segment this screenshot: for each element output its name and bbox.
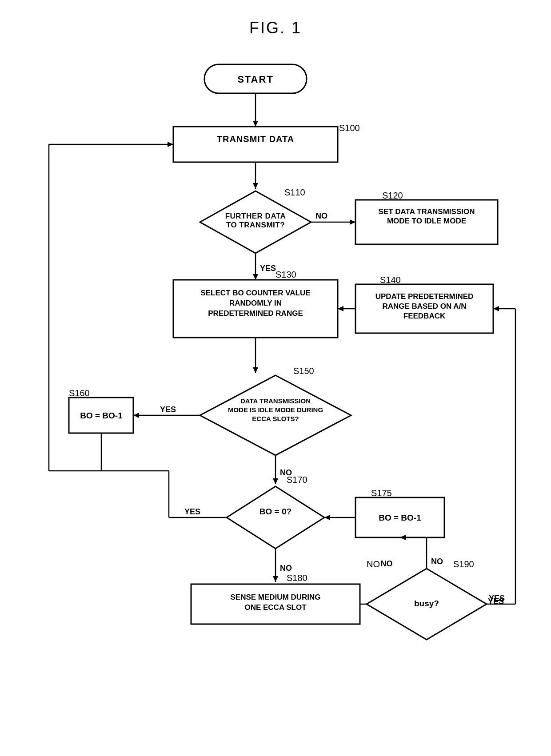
yes-s190: YES	[489, 594, 505, 603]
s130-label2: RANDOMLY IN	[229, 299, 282, 307]
svg-marker-11	[253, 367, 258, 373]
s140-label3: FEEDBACK	[403, 312, 446, 320]
s110-label2: TO TRANSMIT?	[226, 221, 285, 229]
svg-marker-7	[253, 274, 258, 280]
svg-marker-1	[253, 121, 258, 127]
page: FIG. 1 START TRANSMIT DATA S100 FURTHER …	[0, 0, 551, 756]
s170-node	[227, 486, 324, 549]
svg-marker-9	[338, 306, 343, 311]
svg-marker-13	[133, 413, 139, 418]
s120-step: S120	[382, 191, 403, 200]
s120-label1: SET DATA TRANSMISSION	[379, 207, 475, 216]
s110-label1: FURTHER DATA	[225, 212, 286, 220]
s100-step: S100	[339, 123, 360, 133]
yes-label-s150: YES	[160, 405, 176, 414]
svg-marker-3	[253, 183, 258, 189]
s190-step: S190	[453, 559, 474, 569]
no-label-s170: NO	[280, 564, 292, 573]
svg-marker-20	[273, 478, 278, 484]
s100-label: TRANSMIT DATA	[217, 134, 294, 144]
s190-label: busy?	[414, 599, 439, 608]
s170-step: S170	[287, 475, 307, 485]
svg-marker-28	[273, 576, 278, 582]
s120-label2: MODE TO IDLE MODE	[387, 217, 466, 225]
s100-node	[173, 127, 338, 162]
s150-step: S150	[293, 366, 314, 376]
s180-step: S180	[287, 573, 307, 583]
s140-label1: UPDATE PREDETERMINED	[375, 292, 474, 301]
start-label: START	[237, 74, 274, 85]
s190-step-no: NO	[367, 559, 380, 569]
s140-label2: RANGE BASED ON A/N	[382, 302, 466, 310]
s130-label1: SELECT BO COUNTER VALUE	[200, 289, 310, 297]
yes-label-s110: YES	[260, 264, 276, 273]
s175-step: S175	[371, 488, 392, 498]
s130-label3: PREDETERMINED RANGE	[208, 309, 303, 318]
s160-step: S160	[69, 388, 90, 398]
no-label-s190: NO	[431, 557, 443, 566]
s130-step: S130	[276, 270, 296, 279]
fig-title: FIG. 1	[249, 19, 302, 37]
s150-label2: MODE IS IDLE MODE DURING	[228, 406, 323, 414]
s140-step: S140	[380, 275, 401, 285]
yes-label-s170: YES	[184, 507, 200, 516]
svg-marker-18	[168, 142, 173, 147]
no-label-s175: NO	[381, 559, 393, 568]
svg-marker-5	[350, 219, 355, 225]
s110-step: S110	[284, 187, 305, 197]
s180-label1: SENSE MEDIUM DURING	[230, 593, 320, 601]
s170-label: BO = 0?	[260, 507, 291, 516]
s175-label: BO = BO-1	[379, 513, 421, 522]
s150-label1: DATA TRANSMISSION	[240, 397, 311, 405]
no-label-s110: NO	[315, 211, 327, 220]
s150-label3: ECCA SLOTS?	[252, 415, 299, 422]
s160-label: BO = BO-1	[80, 411, 123, 420]
svg-marker-22	[324, 515, 330, 520]
s180-label2: ONE ECCA SLOT	[244, 603, 307, 612]
svg-marker-37	[493, 306, 499, 311]
